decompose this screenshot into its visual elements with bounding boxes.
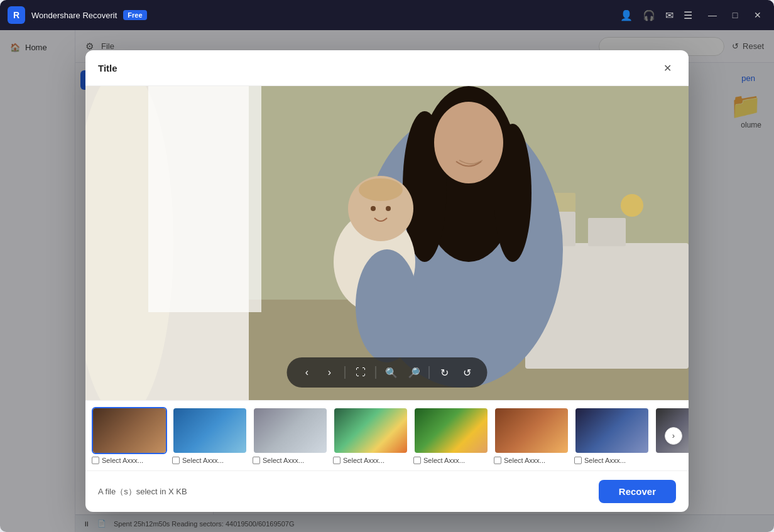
prev-image-button[interactable]: ‹ — [297, 362, 317, 383]
modal-overlay: Title ✕ — [0, 30, 774, 532]
menu-icon[interactable]: ☰ — [684, 9, 692, 21]
thumbnail-image-3[interactable] — [253, 407, 328, 454]
next-image-button[interactable]: › — [320, 362, 340, 383]
thumbnail-name-2: Select Axxx... — [182, 457, 224, 464]
recover-button[interactable]: Recover — [599, 480, 676, 503]
svg-point-19 — [359, 178, 403, 201]
thumbnail-item-2: Select Axxx... — [172, 407, 248, 464]
free-badge: Free — [123, 10, 146, 20]
footer-status-text: A file（s）select in X KB — [98, 486, 591, 497]
thumbnails-strip: Select Axxx... Select Axxx... — [85, 400, 689, 470]
zoom-in-button[interactable]: 🔍 — [381, 362, 401, 383]
next-icon: › — [328, 367, 331, 378]
svg-rect-8 — [588, 218, 626, 246]
svg-point-21 — [386, 206, 391, 211]
thumbnail-checkbox-7[interactable] — [574, 457, 582, 464]
thumbnail-name-4: Select Axxx... — [343, 457, 384, 464]
thumbnail-label-3: Select Axxx... — [253, 457, 328, 464]
maximize-button[interactable]: □ — [726, 6, 744, 24]
thumbnail-image-2[interactable] — [172, 407, 248, 454]
rotate-cw-button[interactable]: ↻ — [435, 362, 455, 383]
rotate-ccw-button[interactable]: ↺ — [457, 362, 477, 383]
thumbnail-label-6: Select Axxx... — [494, 457, 569, 464]
divider-3 — [429, 366, 430, 379]
thumbnail-name-1: Select Axxx... — [102, 457, 143, 464]
headphone-icon[interactable]: 🎧 — [643, 9, 655, 21]
fullscreen-icon: ⛶ — [356, 367, 366, 378]
svg-point-10 — [621, 194, 643, 217]
close-icon: ✕ — [663, 62, 672, 74]
thumbnail-image-7[interactable] — [574, 407, 650, 454]
app-title: Wondershare Recoverit — [31, 11, 117, 20]
svg-point-20 — [371, 206, 376, 211]
thumbnail-item-6: Select Axxx... — [494, 407, 569, 464]
image-controls: ‹ › ⛶ 🔍 🔎 — [287, 357, 488, 388]
thumbnail-image-1[interactable] — [92, 407, 167, 454]
win-controls: — □ ✕ — [704, 6, 766, 24]
thumbnail-name-6: Select Axxx... — [504, 457, 545, 464]
main-preview-image — [85, 86, 689, 400]
thumbnail-checkbox-1[interactable] — [92, 457, 99, 464]
zoom-in-icon: 🔍 — [385, 367, 398, 379]
profile-icon[interactable]: 👤 — [620, 9, 633, 21]
thumbnail-checkbox-3[interactable] — [253, 457, 260, 464]
thumbnail-item-1: Select Axxx... — [92, 407, 167, 464]
thumbnail-item-7: Select Axxx... — [574, 407, 650, 464]
thumbnail-label-2: Select Axxx... — [172, 457, 248, 464]
fullscreen-button[interactable]: ⛶ — [351, 362, 371, 383]
modal-close-button[interactable]: ✕ — [658, 59, 676, 77]
thumbnail-label-1: Select Axxx... — [92, 457, 167, 464]
modal-title: Title — [98, 63, 658, 73]
modal-header: Title ✕ — [85, 50, 689, 86]
thumbnail-label-5: Select Axxx... — [413, 457, 489, 464]
thumbnail-label-7: Select Axxx... — [574, 457, 650, 464]
prev-icon: ‹ — [305, 367, 308, 378]
modal-footer: A file（s）select in X KB Recover — [85, 470, 689, 512]
app-logo: R — [8, 6, 25, 24]
svg-rect-22 — [371, 221, 376, 237]
rotate-ccw-icon: ↺ — [463, 367, 471, 379]
thumbnail-image-6[interactable] — [494, 407, 569, 454]
zoom-out-button[interactable]: 🔎 — [404, 362, 424, 383]
thumbnail-image-5[interactable] — [413, 407, 489, 454]
zoom-out-icon: 🔎 — [408, 367, 420, 379]
thumbnail-checkbox-2[interactable] — [172, 457, 180, 464]
thumbnail-label-4: Select Axxx... — [333, 457, 408, 464]
svg-point-23 — [356, 249, 418, 362]
rotate-cw-icon: ↻ — [440, 367, 449, 379]
mail-icon[interactable]: ✉ — [665, 9, 673, 21]
thumbnail-checkbox-4[interactable] — [333, 457, 341, 464]
preview-svg — [85, 86, 689, 400]
preview-modal: Title ✕ — [85, 50, 689, 512]
thumbnail-item-5: Select Axxx... — [413, 407, 489, 464]
modal-image-area: ‹ › ⛶ 🔍 🔎 — [85, 86, 689, 400]
thumbnail-checkbox-5[interactable] — [413, 457, 421, 464]
app-window: R Wondershare Recoverit Free 👤 🎧 ✉ ☰ — □… — [0, 0, 774, 532]
thumbnail-name-5: Select Axxx... — [423, 457, 465, 464]
divider-1 — [345, 366, 346, 379]
main-area: 🏠 Home ⚙ File ↺ Reset File Pa — [0, 30, 774, 532]
app-close-button[interactable]: ✕ — [749, 6, 766, 24]
thumbnail-name-7: Select Axxx... — [584, 457, 626, 464]
thumbnails-next-button[interactable]: › — [665, 427, 682, 445]
divider-2 — [376, 366, 376, 379]
thumbnail-item-4: Select Axxx... — [333, 407, 408, 464]
chevron-right-icon: › — [672, 431, 675, 440]
title-bar-icons: 👤 🎧 ✉ ☰ — [620, 9, 692, 21]
thumbnail-image-4[interactable] — [333, 407, 408, 454]
minimize-button[interactable]: — — [704, 6, 721, 24]
title-bar: R Wondershare Recoverit Free 👤 🎧 ✉ ☰ — □… — [0, 0, 774, 30]
svg-rect-5 — [148, 86, 261, 312]
svg-point-16 — [434, 102, 503, 183]
thumbnail-item-3: Select Axxx... — [253, 407, 328, 464]
thumbnail-checkbox-6[interactable] — [494, 457, 501, 464]
thumbnail-name-3: Select Axxx... — [263, 457, 304, 464]
